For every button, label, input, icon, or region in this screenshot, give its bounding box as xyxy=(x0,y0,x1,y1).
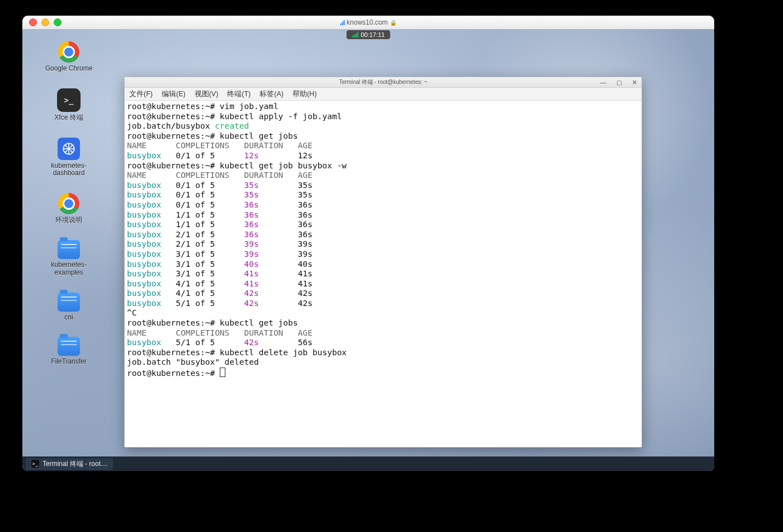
session-timer: 00:17:11 xyxy=(346,30,390,39)
icon-label: 环境说明 xyxy=(55,216,82,224)
icon-label: FileTransfer xyxy=(51,358,87,366)
window-minimize-icon[interactable]: — xyxy=(598,79,609,86)
timer-text: 00:17:11 xyxy=(361,31,385,38)
remote-desktop: Google Chrome >_ Xfce 终端 kubernetes- das… xyxy=(22,29,714,471)
window-maximize-icon[interactable]: ▢ xyxy=(614,79,624,86)
icon-label: kubernetes- dashboard xyxy=(51,162,86,178)
address-text: knows10.com xyxy=(347,18,388,26)
mac-titlebar: knows10.com 🔒 xyxy=(22,16,714,30)
window-controls: — ▢ ✕ xyxy=(598,79,639,86)
svg-line-7 xyxy=(70,150,73,152)
signal-icon xyxy=(352,32,358,37)
close-button[interactable] xyxy=(29,18,37,26)
terminal-icon: >_ xyxy=(57,88,81,112)
icon-label: kubernetes- examples xyxy=(51,261,86,277)
svg-point-1 xyxy=(67,147,70,150)
folder-icon xyxy=(58,240,80,259)
svg-line-9 xyxy=(65,150,67,152)
desktop-icons: Google Chrome >_ Xfce 终端 kubernetes- das… xyxy=(32,41,105,366)
window-close-icon[interactable]: ✕ xyxy=(630,79,639,86)
chrome-icon xyxy=(58,193,79,214)
terminal-menu: 文件(F) 编辑(E) 视图(V) 终端(T) 标签(A) 帮助(H) xyxy=(125,88,642,101)
desktop-icon-xfce-terminal[interactable]: >_ Xfce 终端 xyxy=(32,88,105,122)
menu-edit[interactable]: 编辑(E) xyxy=(162,90,186,99)
desktop-icon-env-readme[interactable]: 环境说明 xyxy=(32,193,105,224)
k8s-icon xyxy=(58,138,80,160)
menu-tabs[interactable]: 标签(A) xyxy=(260,90,284,99)
desktop-icon-chrome[interactable]: Google Chrome xyxy=(32,41,105,73)
menu-view[interactable]: 视图(V) xyxy=(195,90,219,99)
traffic-lights xyxy=(29,18,62,26)
desktop-icon-file-transfer[interactable]: FileTransfer xyxy=(32,337,105,366)
browser-window: knows10.com 🔒 00:17:11 Google Chrome >_ … xyxy=(22,16,714,471)
folder-icon xyxy=(58,293,80,312)
terminal-icon: >_ xyxy=(31,460,39,468)
svg-line-6 xyxy=(65,145,67,147)
address-bar: knows10.com 🔒 xyxy=(340,18,397,26)
svg-line-8 xyxy=(70,145,73,147)
desktop-icon-k8s-examples[interactable]: kubernetes- examples xyxy=(32,240,105,277)
icon-label: cni xyxy=(64,314,73,322)
terminal-window: Terminal 终端 - root@kubernetes: ~ — ▢ ✕ 文… xyxy=(124,77,642,448)
taskbar-item-label: Terminal 终端 - root… xyxy=(43,459,107,469)
menu-terminal[interactable]: 终端(T) xyxy=(227,90,251,99)
menu-file[interactable]: 文件(F) xyxy=(129,90,153,99)
folder-icon xyxy=(58,337,80,356)
icon-label: Xfce 终端 xyxy=(54,114,83,122)
terminal-title-text: Terminal 终端 - root@kubernetes: ~ xyxy=(339,78,427,86)
desktop-icon-cni[interactable]: cni xyxy=(32,293,105,322)
terminal-body[interactable]: root@kubernetes:~# vim job.yaml root@kub… xyxy=(125,101,642,447)
icon-label: Google Chrome xyxy=(45,65,93,73)
desktop-icon-k8s-dashboard[interactable]: kubernetes- dashboard xyxy=(32,138,105,178)
maximize-button[interactable] xyxy=(54,18,62,26)
menu-help[interactable]: 帮助(H) xyxy=(293,90,317,99)
minimize-button[interactable] xyxy=(41,18,49,26)
connection-icon xyxy=(340,20,345,25)
lock-icon: 🔒 xyxy=(390,20,397,26)
chrome-icon xyxy=(58,41,79,63)
taskbar: >_ Terminal 终端 - root… xyxy=(22,456,714,471)
taskbar-item-terminal[interactable]: >_ Terminal 终端 - root… xyxy=(26,458,113,470)
terminal-titlebar[interactable]: Terminal 终端 - root@kubernetes: ~ — ▢ ✕ xyxy=(125,77,642,88)
